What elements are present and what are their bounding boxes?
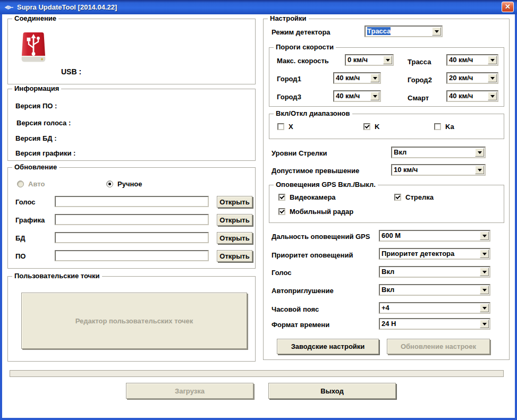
videocam-checkbox[interactable] [278, 194, 285, 201]
strelka-levels-select[interactable]: Вкл [391, 147, 486, 158]
chevron-down-icon[interactable] [488, 74, 497, 82]
strelka-levels-label: Уровни Стрелки [272, 149, 327, 157]
band-k-checkbox[interactable] [363, 123, 370, 130]
allowed-excess-value: 10 км/ч [392, 165, 485, 175]
chevron-down-icon[interactable] [488, 56, 497, 64]
chevron-down-icon[interactable] [370, 92, 379, 100]
max-speed-label: Макс. скорость [277, 57, 329, 65]
app-window: Supra UpdateTool [2014.04.22] ✕ Соединен… [0, 0, 517, 420]
db-file-label: БД [15, 234, 26, 242]
db-file-input[interactable] [55, 232, 209, 243]
update-settings-button[interactable]: Обновление настроек [387, 339, 490, 354]
allowed-excess-label: Допустимое превышение [272, 167, 359, 175]
mobile-radar-checkbox[interactable] [278, 208, 285, 215]
user-points-editor-button[interactable]: Редактор пользовательских точек [21, 293, 247, 349]
manual-radio-label: Ручное [117, 180, 142, 188]
band-k-label: K [375, 123, 379, 131]
strelka-label: Стрелка [405, 193, 434, 201]
gorod2-select[interactable]: 20 км/ч [446, 72, 498, 84]
gorod3-select[interactable]: 40 км/ч [333, 90, 381, 102]
band-x-checkbox[interactable] [277, 123, 284, 130]
firmware-open-button[interactable]: Открыть [217, 250, 252, 262]
information-group-label: Информация [12, 85, 61, 92]
update-group: Обновление Авто Ручное Голос Открыть Гра… [7, 167, 256, 269]
information-group: Информация Версия ПО : Версия голоса : В… [7, 89, 256, 161]
chevron-down-icon[interactable] [383, 56, 392, 64]
chevron-down-icon[interactable] [480, 320, 489, 328]
auto-mute-label: Автоприглушение [272, 287, 334, 295]
chevron-down-icon[interactable] [475, 148, 484, 157]
band-ka-label: Ka [445, 123, 454, 131]
update-group-label: Обновление [12, 164, 59, 171]
time-format-value: 24 H [380, 319, 489, 329]
chevron-down-icon[interactable] [488, 92, 497, 100]
alert-priority-label: Приоритет оповещений [272, 251, 353, 259]
band-ka-checkbox[interactable] [434, 123, 441, 130]
chevron-down-icon[interactable] [480, 268, 489, 276]
max-speed-select[interactable]: 0 км/ч [345, 54, 394, 66]
gps-alerts-group: Оповещения GPS Вкл./Выкл. Видеокамера Ст… [269, 185, 504, 223]
band-x-label: X [289, 123, 293, 131]
gorod2-label: Город2 [408, 76, 432, 84]
graphics-open-button[interactable]: Открыть [217, 214, 252, 226]
gps-distance-value: 600 М [380, 231, 489, 241]
speed-thresholds-group: Пороги скорости Макс. скорость 0 км/ч Тр… [269, 47, 504, 107]
settings-group: Настройки Режим детектора Трасса Пороги … [263, 19, 510, 360]
usb-plug-icon [4, 4, 14, 11]
exit-button[interactable]: Выход [268, 383, 396, 399]
chevron-down-icon[interactable] [480, 250, 489, 258]
client-area: Соединение [2, 14, 515, 418]
voice-open-button[interactable]: Открыть [217, 196, 252, 208]
smart-select[interactable]: 40 км/ч [446, 90, 498, 102]
chevron-down-icon[interactable] [370, 74, 379, 82]
firmware-file-input[interactable] [55, 250, 209, 261]
alert-priority-select[interactable]: Приоритет детектора [379, 248, 490, 260]
progress-bar [10, 370, 504, 377]
usb-status-label: USB : [61, 67, 81, 76]
trassa-threshold-label: Трасса [408, 58, 431, 66]
chevron-down-icon[interactable] [432, 27, 441, 36]
time-format-select[interactable]: 24 H [379, 318, 490, 330]
time-format-label: Формат времени [272, 321, 329, 329]
alert-priority-value: Приоритет детектора [380, 249, 489, 259]
detector-mode-value-wrap: Трасса [366, 27, 442, 36]
manual-radio[interactable] [106, 181, 113, 187]
graphics-version-label: Версия графики : [15, 149, 75, 157]
voice-setting-select[interactable]: Вкл [379, 266, 490, 278]
gorod1-select[interactable]: 40 км/ч [333, 72, 381, 84]
voice-file-input[interactable] [55, 196, 209, 207]
detector-mode-label: Режим детектора [272, 28, 330, 36]
firmware-file-label: ПО [15, 252, 26, 260]
timezone-select[interactable]: +4 [379, 302, 490, 314]
chevron-down-icon[interactable] [480, 232, 489, 240]
graphics-file-label: Графика [15, 216, 45, 224]
bands-group: Вкл/Откл диапазонов X K Ka [269, 114, 504, 139]
allowed-excess-select[interactable]: 10 км/ч [391, 164, 486, 176]
chevron-down-icon[interactable] [480, 286, 489, 294]
voice-setting-value: Вкл [380, 267, 489, 277]
factory-settings-button[interactable]: Заводские настройки [277, 339, 379, 354]
window-title: Supra UpdateTool [2014.04.22] [17, 3, 117, 11]
chevron-down-icon[interactable] [480, 304, 489, 312]
smart-label: Смарт [408, 94, 429, 102]
download-button[interactable]: Загрузка [126, 383, 253, 399]
gorod1-label: Город1 [277, 75, 301, 83]
gps-distance-select[interactable]: 600 М [379, 230, 490, 242]
close-button[interactable]: ✕ [502, 2, 514, 12]
trassa-threshold-select[interactable]: 40 км/ч [446, 54, 498, 66]
strelka-checkbox[interactable] [394, 194, 401, 201]
gps-alerts-group-label: Оповещения GPS Вкл./Выкл. [274, 181, 378, 188]
speed-thresholds-group-label: Пороги скорости [274, 44, 336, 51]
title-bar: Supra UpdateTool [2014.04.22] ✕ [0, 0, 517, 14]
connection-group: Соединение [7, 19, 256, 84]
db-open-button[interactable]: Открыть [217, 232, 252, 244]
detector-mode-select[interactable]: Трасса [365, 25, 443, 37]
auto-mute-select[interactable]: Вкл [379, 284, 490, 296]
gps-distance-label: Дальность оповещений GPS [272, 233, 370, 241]
mobile-radar-label: Мобильный радар [290, 208, 353, 216]
detector-mode-value: Трасса [367, 27, 391, 35]
graphics-file-input[interactable] [55, 214, 209, 225]
voice-setting-label: Голос [272, 269, 291, 277]
videocam-label: Видеокамера [290, 193, 336, 201]
chevron-down-icon[interactable] [475, 166, 484, 174]
